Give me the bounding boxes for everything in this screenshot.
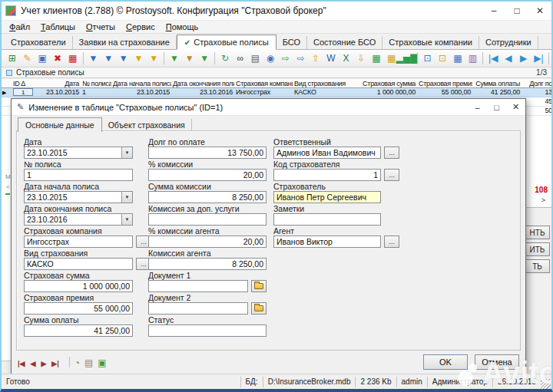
cell-start-date[interactable]: 23.10.2015 [111, 88, 171, 97]
filter-remove-icon[interactable]: ▼ [101, 51, 116, 65]
column-header-payment[interactable]: Сумма оплаты [472, 79, 522, 87]
policy-start-date-field[interactable]: 23.10.2015▼ [24, 191, 133, 203]
agent-commission-percent-field[interactable]: 20,00 [148, 236, 267, 248]
cell-policy-number[interactable]: 1 [81, 88, 111, 97]
menu-file[interactable]: Файл [4, 22, 35, 31]
filter-edit-icon[interactable]: ▼ [116, 51, 131, 65]
cell-end-date[interactable]: 23.10.2016 [171, 88, 234, 97]
next-record-icon[interactable]: ▶ [516, 51, 531, 65]
first-record-icon[interactable]: |◀ [486, 51, 501, 65]
cell-payment[interactable]: 41 250,00 [472, 88, 522, 97]
filter-money-icon[interactable]: ▼ [197, 51, 212, 65]
export-template-icon[interactable]: ⇧ [309, 51, 323, 65]
export-excel-icon[interactable]: X [339, 51, 353, 65]
insurance-company-field[interactable]: Ингосстрах [24, 236, 133, 248]
edit-record-icon[interactable]: ✎ [20, 51, 35, 65]
filter-check-icon[interactable]: ▼ [167, 51, 182, 65]
clipped-button-2[interactable]: ИТЬ [525, 242, 550, 256]
tab-policies[interactable]: ✔Страховые полисы [177, 35, 276, 50]
commission-sum-field[interactable]: 8 250,00 [148, 191, 267, 203]
date-field[interactable]: 23.10.2015▼ [24, 147, 133, 159]
responsible-field-lookup-button[interactable]: ... [384, 147, 399, 159]
extra-commission-field[interactable] [148, 213, 267, 226]
filter-folder-icon[interactable]: ▼ [182, 51, 197, 65]
agent-field-lookup-button[interactable]: ... [384, 236, 399, 248]
delete-record-icon[interactable]: ✖ [51, 51, 65, 65]
column-header-insured-sum[interactable]: Страховая сумма [349, 79, 417, 87]
dropdown-arrow-icon[interactable]: ▼ [121, 214, 132, 225]
filter-quick-icon[interactable]: ▼ [131, 51, 146, 65]
insured-sum-field[interactable]: 1 000 000,00 [24, 280, 133, 292]
column-header-end-date[interactable]: Дата окончания полиса [171, 79, 234, 87]
delete-filtered-icon[interactable]: ▦ [65, 51, 80, 65]
dropdown-arrow-icon[interactable]: ▼ [121, 147, 132, 158]
dialog-first-record-icon[interactable]: |◀ [18, 360, 25, 367]
dialog-tab-main-data[interactable]: Основные данные [18, 117, 102, 132]
dialog-close-button[interactable]: ✕ [506, 99, 525, 116]
table-properties-icon[interactable]: ▦ [450, 51, 465, 65]
table-row[interactable]: ▶123.10.2015123.10.201523.10.2016Ингосст… [2, 88, 551, 97]
import-doc-icon[interactable]: ⇨ [293, 51, 308, 65]
tab-bso-state[interactable]: Состояние БСО [307, 36, 382, 49]
document1-field[interactable] [148, 280, 248, 292]
cell-insurance-type[interactable]: КАСКО [293, 88, 349, 97]
cell-debt[interactable]: 13 [522, 88, 551, 97]
cell-company[interactable]: Ингосстрах [234, 88, 293, 97]
totals-icon[interactable]: ⊡ [420, 51, 435, 65]
agent-field[interactable]: Иванов Виктор [273, 236, 381, 248]
clipped-button-1[interactable]: НТЬ [525, 226, 550, 239]
chart-icon[interactable]: ▂▅▇ [399, 51, 414, 65]
dialog-prev-record-icon[interactable]: ◀ [30, 360, 35, 367]
last-record-icon[interactable]: ▶| [531, 51, 546, 65]
export-settings-icon[interactable]: ⇩ [354, 51, 369, 65]
cell-date[interactable]: 23.10.2015 [39, 88, 81, 97]
column-header-insurance-type[interactable]: Вид страхования [293, 79, 349, 87]
menu-tables[interactable]: Таблицы [35, 22, 81, 31]
document2-field[interactable] [148, 302, 248, 315]
tab-bso[interactable]: БСО [276, 36, 307, 49]
export-grid-icon[interactable]: ▦ [369, 51, 384, 65]
print-preview-icon[interactable]: ◉ [263, 51, 278, 65]
insured-name-field[interactable]: Иванов Петр Сергеевич [273, 191, 381, 203]
clipped-button-3[interactable]: ТЬ [525, 259, 550, 273]
minimize-button[interactable]: – [482, 2, 505, 21]
tab-insurers[interactable]: Страхователи [5, 36, 73, 49]
filter-saved-icon[interactable]: ▼ [147, 51, 161, 65]
maximize-button[interactable]: □ [505, 2, 528, 21]
row-id-box[interactable]: 1 [13, 88, 33, 96]
export-word-icon[interactable]: W [324, 51, 339, 65]
cancel-button[interactable]: Отмена [475, 354, 519, 370]
dialog-next-record-icon[interactable]: ▶ [41, 360, 46, 367]
add-record-icon[interactable]: ⊞ [5, 51, 20, 65]
column-header-policy-number[interactable]: № полиса [81, 79, 111, 87]
column-header-row-marker[interactable] [2, 79, 12, 87]
close-button[interactable]: ✕ [528, 2, 551, 21]
refresh-icon[interactable]: ↻ [218, 51, 233, 65]
insurance-type-field[interactable]: КАСКО [24, 258, 133, 270]
column-header-date[interactable]: Дата [39, 79, 81, 87]
payment-debt-field[interactable]: 13 750,00 [148, 147, 267, 159]
export-doc-icon[interactable]: ⇨ [278, 51, 293, 65]
policy-number-field[interactable]: 1 [24, 169, 133, 181]
column-header-company[interactable]: Страховая компания [234, 79, 293, 87]
menu-help[interactable]: Помощь [161, 22, 204, 31]
clock-icon[interactable]: ◔ [75, 357, 80, 368]
dialog-minimize-button[interactable]: – [468, 99, 487, 116]
insured-code-field-lookup-button[interactable]: ... [384, 169, 399, 181]
dialog-last-record-icon[interactable]: ▶| [51, 360, 58, 367]
copy-record-icon[interactable]: ▣ [35, 51, 50, 65]
ok-button[interactable]: OK [423, 354, 468, 370]
expand-arrow[interactable]: > [541, 196, 545, 204]
menu-reports[interactable]: Отчеты [81, 22, 121, 31]
column-header-start-date[interactable]: Дата начала полиса [111, 79, 171, 87]
agent-commission-field[interactable]: 8 250,00 [148, 258, 267, 270]
find-icon[interactable]: ∞ [233, 51, 247, 65]
menu-service[interactable]: Сервис [121, 22, 161, 31]
image-icon[interactable]: ▣ [98, 357, 106, 368]
cell-id[interactable]: 1 [12, 88, 39, 97]
insured-code-field[interactable]: 1 [273, 169, 381, 181]
dropdown-arrow-icon[interactable]: ▼ [121, 192, 132, 203]
print-icon[interactable]: ▤ [248, 51, 263, 65]
document2-field-browse-button[interactable] [251, 302, 267, 315]
column-header-debt[interactable]: Долг по [522, 79, 551, 87]
